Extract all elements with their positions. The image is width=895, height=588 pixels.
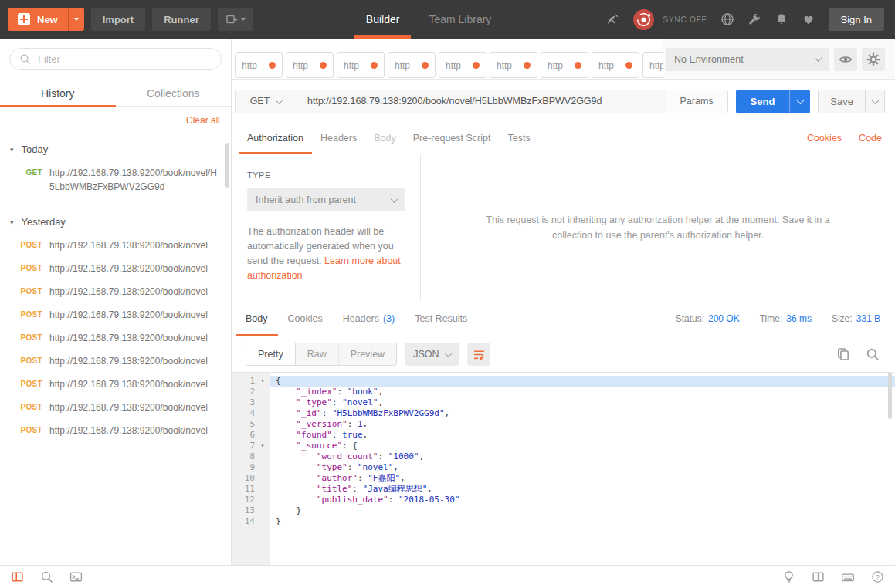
settings-button[interactable] [862, 48, 885, 71]
auth-type-select[interactable]: Inherit auth from parent [247, 188, 405, 211]
method-select[interactable]: GET [236, 90, 297, 113]
tab-authorization[interactable]: Authorization [239, 122, 312, 154]
line-number: 1 [232, 376, 255, 387]
fold-spacer [255, 484, 270, 495]
format-select[interactable]: JSON [405, 343, 459, 366]
request-tab[interactable]: http [388, 52, 436, 78]
view-mode-pretty[interactable]: Pretty [246, 343, 296, 365]
tab-history[interactable]: History [0, 79, 116, 106]
code-text: "word_count": "1000", [270, 451, 895, 462]
sync-status-icon[interactable] [632, 8, 655, 31]
tab-response-body[interactable]: Body [236, 301, 278, 336]
search-all-icon[interactable] [40, 570, 53, 583]
new-workspace-button[interactable] [218, 8, 253, 31]
environment-quick-look-button[interactable] [834, 48, 857, 71]
history-group-header[interactable]: ▾Yesterday [0, 206, 231, 234]
history-item[interactable]: POSThttp://192.168.79.138:9200/book/nove… [0, 326, 231, 350]
view-mode-raw[interactable]: Raw [296, 343, 339, 365]
save-dropdown-caret[interactable] [865, 90, 884, 113]
main-panel: httphttphttphttphttphttphttphttphttp No … [232, 39, 895, 565]
send-button-main[interactable]: Send [736, 90, 790, 113]
code-line: 14} [232, 516, 895, 527]
code-link[interactable]: Code [859, 133, 882, 144]
tab-response-headers[interactable]: Headers(3) [333, 301, 405, 336]
authorization-panel: TYPE Inherit auth from parent The author… [232, 154, 895, 301]
wrap-text-button[interactable] [467, 343, 490, 366]
params-button[interactable]: Params [666, 90, 727, 113]
history-item[interactable]: POSThttp://192.168.79.138:9200/book/nove… [0, 280, 231, 303]
response-body-viewer[interactable]: 1▾{2 "_index": "book",3 "_type": "novel"… [232, 372, 895, 565]
copy-icon[interactable] [836, 347, 850, 361]
save-button-main[interactable]: Save [819, 90, 865, 113]
history-url: http://192.168.79.138:9200/book/novel [49, 238, 231, 252]
wrench-icon[interactable] [748, 12, 761, 26]
tab-pre-request-script[interactable]: Pre-request Script [405, 122, 500, 154]
tab-headers[interactable]: Headers [312, 122, 365, 154]
satellite-icon[interactable] [605, 12, 619, 27]
history-item[interactable]: GEThttp://192.168.79.138:9200/book/novel… [0, 161, 231, 198]
send-button[interactable]: Send [736, 90, 811, 113]
history-item[interactable]: POSThttp://192.168.79.138:9200/book/nove… [0, 257, 231, 280]
history-item[interactable]: POSThttp://192.168.79.138:9200/book/nove… [0, 234, 231, 257]
statusbar-right: ? [782, 570, 884, 584]
wrap-text-icon [473, 348, 486, 361]
import-button[interactable]: Import [91, 8, 145, 31]
history-url: http://192.168.79.138:9200/book/novel [49, 354, 231, 368]
tab-tests[interactable]: Tests [499, 122, 538, 154]
toggle-sidebar-icon[interactable] [11, 570, 24, 583]
sign-in-button[interactable]: Sign In [829, 8, 884, 31]
save-button[interactable]: Save [818, 90, 885, 113]
tab-collections[interactable]: Collections [116, 79, 232, 106]
history-item[interactable]: POSThttp://192.168.79.138:9200/book/nove… [0, 419, 231, 442]
runner-button[interactable]: Runner [152, 8, 211, 31]
filter-input[interactable] [9, 48, 222, 70]
new-button[interactable]: New [8, 8, 84, 31]
url-input[interactable] [297, 90, 666, 113]
tab-response-cookies[interactable]: Cookies [278, 301, 333, 336]
code-line: 8 "word_count": "1000", [232, 451, 895, 462]
keyboard-shortcuts-icon[interactable] [841, 570, 855, 584]
clear-all-link[interactable]: Clear all [186, 115, 220, 126]
environment-select[interactable]: No Environment [666, 48, 829, 71]
fold-caret-icon[interactable]: ▾ [255, 441, 270, 451]
history-item[interactable]: POSThttp://192.168.79.138:9200/book/nove… [0, 303, 231, 326]
line-number: 9 [232, 462, 255, 473]
sync-off-label: SYNC OFF [663, 15, 707, 24]
search-response-icon[interactable] [866, 347, 880, 361]
request-tab[interactable]: http [490, 52, 537, 78]
history-item[interactable]: POSThttp://192.168.79.138:9200/book/nove… [0, 373, 231, 396]
request-tab[interactable]: http [235, 52, 283, 78]
history-item[interactable]: POSThttp://192.168.79.138:9200/book/nove… [0, 350, 231, 373]
code-line: 5 "_version": 1, [232, 419, 895, 430]
sidebar-scrollbar[interactable] [225, 143, 229, 188]
import-button-label: Import [103, 14, 134, 25]
view-mode-preview[interactable]: Preview [339, 343, 396, 365]
send-dropdown-caret[interactable] [789, 90, 810, 113]
main-scrollbar[interactable] [888, 373, 892, 419]
new-button-main[interactable]: New [8, 8, 68, 31]
request-tab[interactable]: http [337, 52, 385, 78]
tab-test-results[interactable]: Test Results [405, 301, 477, 336]
request-tab[interactable]: http [439, 52, 486, 78]
fold-caret-icon[interactable]: ▾ [255, 376, 270, 387]
tab-body[interactable]: Body [365, 122, 405, 154]
bell-icon[interactable] [775, 12, 788, 26]
globe-icon[interactable] [720, 12, 734, 26]
two-pane-layout-icon[interactable] [812, 570, 825, 583]
request-tab[interactable]: http [642, 52, 663, 78]
request-tab[interactable]: http [541, 52, 588, 78]
fold-spacer [255, 387, 270, 397]
tab-builder[interactable]: Builder [354, 0, 412, 39]
heart-icon[interactable] [802, 12, 815, 26]
history-item[interactable]: POSThttp://192.168.79.138:9200/book/nove… [0, 396, 231, 419]
console-icon[interactable] [69, 570, 83, 583]
history-url: http://192.168.79.138:9200/book/novel [49, 377, 231, 391]
lightbulb-icon[interactable] [782, 570, 795, 583]
tab-team-library[interactable]: Team Library [417, 0, 503, 39]
new-dropdown-caret[interactable] [68, 8, 84, 31]
history-group-header[interactable]: ▾Today [0, 133, 231, 161]
request-tab[interactable]: http [592, 52, 639, 78]
request-tab[interactable]: http [286, 52, 334, 78]
cookies-link[interactable]: Cookies [807, 133, 842, 144]
help-icon[interactable]: ? [871, 570, 884, 583]
